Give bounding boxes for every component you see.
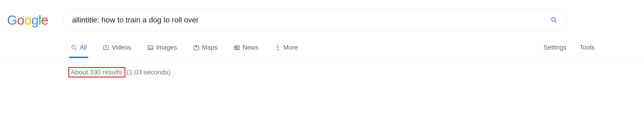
tab-more[interactable]: More [273,44,299,58]
result-time: (1.03 seconds) [127,68,170,76]
tab-maps[interactable]: Maps [192,44,219,58]
news-icon [234,44,240,51]
google-logo[interactable]: Google [7,12,48,28]
svg-rect-6 [148,46,153,49]
video-icon [103,44,110,51]
more-icon [274,44,281,51]
tab-news[interactable]: News [232,44,260,58]
tools-link[interactable]: Tools [580,44,594,51]
tab-label: Maps [202,44,218,51]
svg-point-7 [149,47,150,47]
svg-line-3 [75,48,76,50]
svg-rect-11 [235,47,237,48]
settings-link[interactable]: Settings [543,44,566,51]
tab-label: All [80,44,87,51]
map-icon [193,44,200,51]
tab-label: Images [156,44,177,51]
svg-line-1 [555,21,556,22]
tab-videos[interactable]: Videos [101,44,132,58]
tab-label: News [242,44,258,51]
image-icon [147,44,154,51]
tab-images[interactable]: Images [146,44,178,58]
tab-label: Videos [112,44,131,51]
search-input[interactable] [72,16,548,24]
result-count: About 330 results [71,68,122,76]
tab-all[interactable]: All [69,44,88,58]
search-button[interactable] [548,17,557,23]
search-icon [71,44,77,51]
svg-marker-5 [106,47,107,48]
search-box [62,10,567,30]
search-icon [551,17,557,23]
result-stats: About 330 results (1.03 seconds) [0,60,644,77]
tab-label: More [283,44,298,51]
svg-point-9 [196,46,196,47]
